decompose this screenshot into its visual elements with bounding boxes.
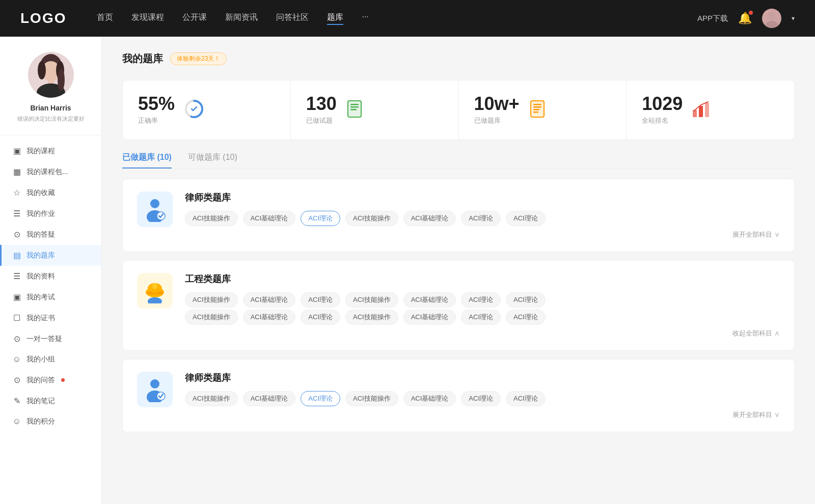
bank-tag[interactable]: ACI理论: [506, 310, 546, 325]
bank-tag[interactable]: ACI理论: [301, 310, 340, 325]
bank-tag[interactable]: ACI基础理论: [403, 310, 456, 325]
bank-expand-3[interactable]: 展开全部科目 ∨: [185, 410, 780, 419]
sidebar-profile: Brian Harris 错误的决定比没有决定要好: [0, 52, 101, 135]
bank-name-engineer: 工程类题库: [185, 273, 780, 285]
stat-accuracy-icon: [184, 99, 204, 121]
sidebar: Brian Harris 错误的决定比没有决定要好 ▣ 我的课程 ▦ 我的课程包…: [0, 37, 102, 504]
sidebar-motto: 错误的决定比没有决定要好: [10, 115, 91, 123]
bank-section-lawyer-1: 律师类题库 ACI技能操作 ACI基础理论 ACI理论 ACI技能操作 ACI基…: [122, 179, 795, 252]
svg-point-35: [150, 379, 159, 388]
nav-home[interactable]: 首页: [97, 12, 113, 25]
svg-rect-33: [152, 283, 157, 289]
course-pack-icon: ▦: [12, 167, 21, 177]
nav-opencourse[interactable]: 公开课: [182, 12, 207, 25]
sidebar-item-exam[interactable]: ▣ 我的考试: [0, 287, 101, 307]
svg-point-9: [58, 69, 65, 91]
bank-tag[interactable]: ACI理论: [506, 391, 546, 406]
bank-icon-lawyer: [137, 191, 173, 227]
nav-discover[interactable]: 发现课程: [131, 12, 164, 25]
stat-done-questions-content: 130 已做试题: [306, 95, 337, 125]
bank-tag[interactable]: ACI理论: [461, 211, 501, 226]
bank-tag[interactable]: ACI基础理论: [243, 391, 296, 406]
stat-done-questions-value: 130: [306, 95, 337, 113]
user-avatar[interactable]: [762, 9, 781, 28]
nav-menu: 首页 发现课程 公开课 新闻资讯 问答社区 题库 ···: [97, 12, 697, 25]
bank-tag[interactable]: ACI技能操作: [345, 211, 398, 226]
bank-tag[interactable]: ACI技能操作: [345, 310, 398, 325]
sidebar-item-label: 我的考试: [26, 293, 55, 302]
bank-tag-active[interactable]: ACI理论: [301, 211, 340, 226]
certificate-icon: ☐: [12, 313, 21, 323]
tab-done[interactable]: 已做题库 (10): [122, 152, 172, 168]
bank-tag[interactable]: ACI技能操作: [345, 391, 398, 406]
svg-rect-20: [533, 104, 541, 105]
bank-tags-lawyer-2: ACI技能操作 ACI基础理论 ACI理论 ACI技能操作 ACI基础理论 AC…: [185, 391, 780, 406]
bank-tag[interactable]: ACI技能操作: [185, 391, 238, 406]
notification-bell[interactable]: 🔔: [738, 12, 752, 25]
bank-expand-2[interactable]: 收起全部科目 ∧: [185, 329, 780, 338]
sidebar-item-favorites[interactable]: ☆ 我的收藏: [0, 182, 101, 203]
sidebar-item-oneone[interactable]: ⊙ 一对一答疑: [0, 328, 101, 349]
bank-content-engineer: 工程类题库 ACI技能操作 ACI基础理论 ACI理论 ACI技能操作 ACI基…: [185, 273, 780, 338]
bank-tags-engineer-row1: ACI技能操作 ACI基础理论 ACI理论 ACI技能操作 ACI基础理论 AC…: [185, 292, 780, 307]
sidebar-item-questions[interactable]: ⊙ 我的答疑: [0, 224, 101, 245]
bank-tag[interactable]: ACI基础理论: [403, 292, 456, 307]
bank-tag[interactable]: ACI基础理论: [243, 292, 296, 307]
bank-tag[interactable]: ACI理论: [506, 211, 546, 226]
nav-news[interactable]: 新闻资讯: [225, 12, 258, 25]
stat-ranking-label: 全站排名: [642, 116, 683, 125]
sidebar-item-my-qa[interactable]: ⊙ 我的问答: [0, 370, 101, 390]
svg-point-5: [38, 61, 46, 79]
bank-tag[interactable]: ACI技能操作: [185, 211, 238, 226]
sidebar-item-group[interactable]: ☺ 我的小组: [0, 349, 101, 370]
bank-tag[interactable]: ACI基础理论: [243, 310, 296, 325]
bank-tag[interactable]: ACI技能操作: [345, 292, 398, 307]
group-icon: ☺: [12, 355, 21, 364]
bank-tag[interactable]: ACI技能操作: [185, 310, 238, 325]
sidebar-item-bank[interactable]: ▤ 我的题库: [0, 245, 101, 266]
app-download[interactable]: APP下载: [697, 14, 728, 23]
svg-point-34: [148, 297, 162, 303]
bank-tag[interactable]: ACI基础理论: [243, 211, 296, 226]
sidebar-item-label: 我的答疑: [26, 230, 55, 239]
bank-tag[interactable]: ACI基础理论: [403, 391, 456, 406]
stat-accuracy: 55% 正确率: [123, 80, 291, 139]
svg-point-27: [150, 199, 159, 208]
bank-tag[interactable]: ACI理论: [461, 391, 501, 406]
stat-ranking-value: 1029: [642, 95, 683, 113]
bank-expand-1[interactable]: 展开全部科目 ∨: [185, 230, 780, 239]
sidebar-item-label: 我的课程包...: [26, 167, 68, 177]
bank-tag[interactable]: ACI理论: [301, 292, 340, 307]
svg-rect-17: [350, 109, 357, 110]
sidebar-item-points[interactable]: ☺ 我的积分: [0, 411, 101, 432]
bank-tag-active[interactable]: ACI理论: [301, 391, 340, 406]
sidebar-item-course-pack[interactable]: ▦ 我的课程包...: [0, 161, 101, 182]
sidebar-item-materials[interactable]: ☰ 我的资料: [0, 266, 101, 287]
bank-tag[interactable]: ACI技能操作: [185, 292, 238, 307]
nav-qa[interactable]: 问答社区: [276, 12, 309, 25]
sidebar-item-notes[interactable]: ✎ 我的笔记: [0, 390, 101, 411]
stat-done-banks-content: 10w+ 已做题库: [474, 95, 520, 125]
svg-rect-16: [350, 106, 359, 108]
avatar-chevron[interactable]: ▾: [792, 15, 795, 22]
nav-bank[interactable]: 题库: [327, 12, 343, 25]
sidebar-item-certificate[interactable]: ☐ 我的证书: [0, 307, 101, 328]
sidebar-item-homework[interactable]: ☰ 我的作业: [0, 203, 101, 224]
avatar-placeholder: [762, 9, 781, 28]
notification-dot: [749, 11, 753, 15]
bank-name-lawyer-1: 律师类题库: [185, 191, 780, 204]
stat-done-questions: 130 已做试题: [291, 80, 459, 139]
sidebar-item-course[interactable]: ▣ 我的课程: [0, 141, 101, 161]
sidebar-item-label: 我的资料: [26, 272, 55, 281]
bank-tag[interactable]: ACI理论: [506, 292, 546, 307]
nav-more[interactable]: ···: [362, 12, 368, 25]
navbar: LOGO 首页 发现课程 公开课 新闻资讯 问答社区 题库 ··· APP下载 …: [0, 0, 815, 37]
bank-name-lawyer-2: 律师类题库: [185, 372, 780, 384]
bank-tag[interactable]: ACI基础理论: [403, 211, 456, 226]
sidebar-item-label: 我的问答: [26, 376, 55, 385]
tabs-row: 已做题库 (10) 可做题库 (10): [122, 152, 795, 169]
tab-available[interactable]: 可做题库 (10): [188, 152, 237, 168]
svg-rect-21: [533, 106, 541, 108]
bank-tag[interactable]: ACI理论: [461, 292, 501, 307]
bank-tag[interactable]: ACI理论: [461, 310, 501, 325]
